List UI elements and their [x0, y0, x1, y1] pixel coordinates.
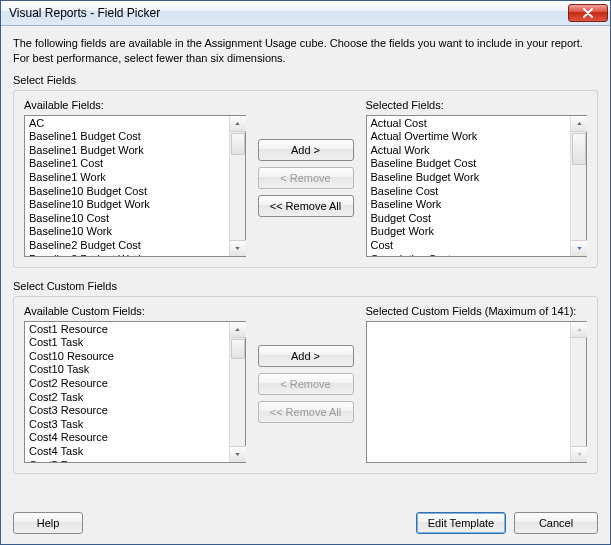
select-custom-fields-group: Available Custom Fields: Cost1 ResourceC…	[13, 296, 598, 474]
scroll-up-icon[interactable]	[230, 116, 246, 132]
selected-fields-column: Selected Fields: Actual CostActual Overt…	[366, 99, 588, 257]
list-item[interactable]: Cost3 Resource	[27, 404, 227, 418]
scrollbar[interactable]	[229, 116, 245, 256]
list-item[interactable]: Cost10 Task	[27, 363, 227, 377]
list-item[interactable]: Baseline1 Cost	[27, 157, 227, 171]
available-custom-label: Available Custom Fields:	[24, 305, 246, 317]
window-title: Visual Reports - Field Picker	[9, 6, 568, 20]
titlebar: Visual Reports - Field Picker	[1, 1, 610, 26]
fields-button-column: Add > < Remove << Remove All	[256, 99, 356, 217]
list-item[interactable]: Baseline Work	[369, 198, 569, 212]
list-item[interactable]: Actual Work	[369, 144, 569, 158]
available-fields-label: Available Fields:	[24, 99, 246, 111]
available-fields-listbox[interactable]: ACBaseline1 Budget CostBaseline1 Budget …	[24, 115, 246, 257]
list-item[interactable]: Baseline10 Budget Work	[27, 198, 227, 212]
scroll-down-icon[interactable]	[230, 240, 246, 256]
list-item[interactable]: Budget Work	[369, 225, 569, 239]
list-item[interactable]: Cost4 Resource	[27, 431, 227, 445]
available-custom-column: Available Custom Fields: Cost1 ResourceC…	[24, 305, 246, 463]
list-item[interactable]: Cost1 Resource	[27, 323, 227, 337]
remove-field-button[interactable]: < Remove	[258, 167, 354, 189]
scroll-down-icon[interactable]	[571, 240, 587, 256]
remove-all-fields-button[interactable]: << Remove All	[258, 195, 354, 217]
add-custom-button[interactable]: Add >	[258, 345, 354, 367]
list-item[interactable]: Cost1 Task	[27, 336, 227, 350]
select-custom-fields-label: Select Custom Fields	[13, 280, 598, 292]
list-item[interactable]: Cost10 Resource	[27, 350, 227, 364]
scroll-up-icon[interactable]	[571, 322, 587, 338]
custom-button-column: Add > < Remove << Remove All	[256, 305, 356, 423]
scrollbar[interactable]	[229, 322, 245, 462]
list-item[interactable]: Cost5 Resource	[27, 459, 227, 462]
list-item[interactable]: Cost	[369, 239, 569, 253]
scroll-up-icon[interactable]	[571, 116, 587, 132]
dialog-window: Visual Reports - Field Picker The follow…	[0, 0, 611, 545]
dialog-footer: Help Edit Template Cancel	[1, 504, 610, 544]
list-item[interactable]: Cost2 Resource	[27, 377, 227, 391]
list-item[interactable]: Baseline2 Budget Work	[27, 253, 227, 256]
list-item[interactable]: Baseline1 Work	[27, 171, 227, 185]
remove-all-custom-button[interactable]: << Remove All	[258, 401, 354, 423]
list-item[interactable]: Actual Cost	[369, 117, 569, 131]
list-item[interactable]: Baseline Budget Cost	[369, 157, 569, 171]
list-item[interactable]: Baseline10 Work	[27, 225, 227, 239]
list-item[interactable]: Baseline Budget Work	[369, 171, 569, 185]
list-item[interactable]: Baseline10 Budget Cost	[27, 185, 227, 199]
selected-custom-column: Selected Custom Fields (Maximum of 141):	[366, 305, 588, 463]
list-item[interactable]: Baseline1 Budget Work	[27, 144, 227, 158]
select-fields-group: Available Fields: ACBaseline1 Budget Cos…	[13, 90, 598, 268]
cancel-button[interactable]: Cancel	[514, 512, 598, 534]
scroll-down-icon[interactable]	[571, 446, 587, 462]
remove-custom-button[interactable]: < Remove	[258, 373, 354, 395]
dialog-content: The following fields are available in th…	[1, 26, 610, 504]
list-item[interactable]: Baseline Cost	[369, 185, 569, 199]
edit-template-button[interactable]: Edit Template	[416, 512, 506, 534]
list-item[interactable]: Baseline1 Budget Cost	[27, 130, 227, 144]
help-button[interactable]: Help	[13, 512, 83, 534]
scrollbar[interactable]	[570, 116, 586, 256]
list-item[interactable]: Actual Overtime Work	[369, 130, 569, 144]
list-item[interactable]: Cumulative Cost	[369, 253, 569, 256]
available-custom-listbox[interactable]: Cost1 ResourceCost1 TaskCost10 ResourceC…	[24, 321, 246, 463]
close-button[interactable]	[568, 4, 608, 22]
select-fields-label: Select Fields	[13, 74, 598, 86]
list-item[interactable]: Baseline2 Budget Cost	[27, 239, 227, 253]
scroll-thumb[interactable]	[231, 339, 245, 359]
scroll-thumb[interactable]	[572, 133, 586, 165]
add-field-button[interactable]: Add >	[258, 139, 354, 161]
list-item[interactable]: Cost3 Task	[27, 418, 227, 432]
list-item[interactable]: Baseline10 Cost	[27, 212, 227, 226]
list-item[interactable]: Budget Cost	[369, 212, 569, 226]
available-fields-column: Available Fields: ACBaseline1 Budget Cos…	[24, 99, 246, 257]
selected-custom-label: Selected Custom Fields (Maximum of 141):	[366, 305, 588, 317]
instruction-text: The following fields are available in th…	[13, 36, 598, 66]
scrollbar[interactable]	[570, 322, 586, 462]
list-item[interactable]: AC	[27, 117, 227, 131]
close-icon	[583, 8, 593, 18]
list-item[interactable]: Cost4 Task	[27, 445, 227, 459]
selected-custom-listbox[interactable]	[366, 321, 588, 463]
selected-fields-listbox[interactable]: Actual CostActual Overtime WorkActual Wo…	[366, 115, 588, 257]
scroll-up-icon[interactable]	[230, 322, 246, 338]
selected-fields-label: Selected Fields:	[366, 99, 588, 111]
scroll-down-icon[interactable]	[230, 446, 246, 462]
scroll-thumb[interactable]	[231, 133, 245, 155]
list-item[interactable]: Cost2 Task	[27, 391, 227, 405]
